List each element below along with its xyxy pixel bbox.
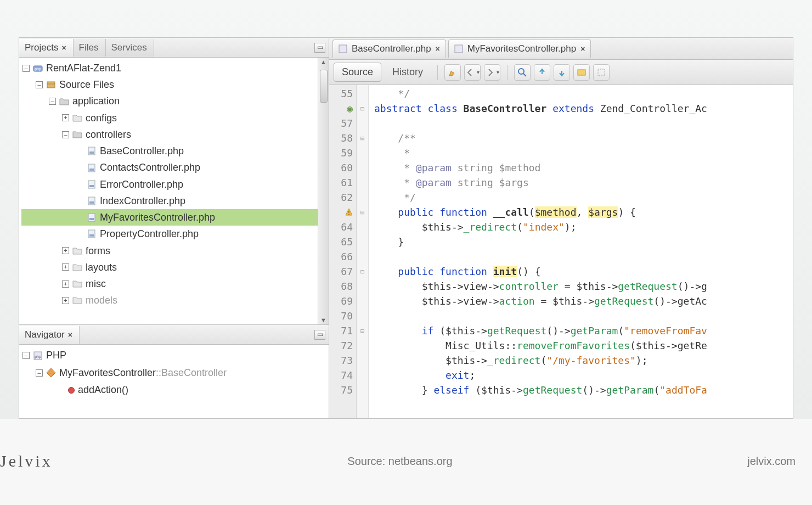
navigator-tabstrip: Navigator × ▭ bbox=[19, 325, 329, 345]
tree-folder-configs[interactable]: + configs bbox=[21, 110, 329, 126]
scroll-down-icon[interactable]: ▼ bbox=[320, 316, 326, 324]
tab-projects[interactable]: Projects × bbox=[19, 39, 74, 57]
find-selection-icon[interactable] bbox=[514, 64, 531, 81]
close-icon[interactable]: × bbox=[68, 330, 72, 339]
find-next-icon[interactable] bbox=[554, 64, 570, 81]
tree-folder[interactable]: +forms bbox=[21, 243, 329, 259]
fold-icon[interactable]: ⊟ bbox=[360, 267, 364, 277]
svg-text:php: php bbox=[35, 355, 41, 359]
navigator-tree: – php PHP – MyFavoritesController::BaseC… bbox=[19, 345, 329, 418]
tree-file[interactable]: ContactsController.php bbox=[21, 159, 329, 176]
folder-icon bbox=[72, 279, 82, 289]
tree-label: Source Files bbox=[59, 76, 114, 93]
editor-tab-myfavorites[interactable]: MyFavoritesController.php × bbox=[448, 40, 591, 58]
tree-label: forms bbox=[86, 243, 110, 259]
fold-icon[interactable]: ⊟ bbox=[360, 133, 364, 143]
tree-file[interactable]: IndexController.php bbox=[21, 193, 329, 209]
close-icon[interactable]: × bbox=[580, 44, 585, 53]
editor-tabstrip: BaseController.php × MyFavoritesControll… bbox=[329, 38, 793, 60]
minimize-icon[interactable]: ▭ bbox=[314, 43, 325, 53]
php-file-icon bbox=[87, 163, 97, 173]
toggle-rectangular-icon[interactable] bbox=[593, 64, 610, 81]
folder-open-icon bbox=[59, 97, 69, 106]
php-file-icon bbox=[454, 44, 463, 53]
expand-icon[interactable]: + bbox=[62, 263, 69, 271]
php-file-icon: php bbox=[33, 351, 43, 361]
tree-application[interactable]: – application bbox=[21, 93, 329, 109]
tree-file[interactable]: ErrorController.php bbox=[21, 176, 329, 193]
tree-source-files[interactable]: – Source Files bbox=[21, 76, 329, 93]
tree-file[interactable]: BaseController.php bbox=[21, 143, 329, 159]
svg-rect-22 bbox=[598, 69, 605, 76]
tree-label: layouts bbox=[86, 259, 117, 276]
tree-label: application bbox=[72, 93, 120, 109]
tree-folder[interactable]: +models bbox=[21, 292, 329, 308]
forward-icon[interactable] bbox=[484, 64, 500, 81]
back-icon[interactable] bbox=[464, 64, 481, 81]
last-edit-icon[interactable] bbox=[444, 64, 461, 81]
tree-file[interactable]: MyFavoritesController.php bbox=[21, 209, 329, 226]
php-file-icon bbox=[87, 179, 97, 189]
package-icon bbox=[46, 80, 56, 89]
vertical-scrollbar[interactable]: ▲ ▼ bbox=[318, 58, 329, 324]
tree-label: configs bbox=[86, 110, 117, 126]
collapse-icon[interactable]: – bbox=[49, 98, 56, 105]
tab-navigator[interactable]: Navigator × bbox=[19, 326, 80, 344]
fold-icon[interactable]: ⊟ bbox=[360, 326, 364, 336]
collapse-icon[interactable]: – bbox=[36, 81, 43, 88]
tree-folder[interactable]: +layouts bbox=[21, 259, 329, 276]
history-button[interactable]: History bbox=[385, 63, 431, 81]
source-button[interactable]: Source bbox=[334, 63, 381, 82]
scrollbar-thumb[interactable] bbox=[320, 70, 328, 103]
fold-icon[interactable]: ⊟ bbox=[360, 207, 364, 217]
scroll-up-icon[interactable]: ▲ bbox=[320, 58, 326, 66]
tree-project-root[interactable]: – php RentAFlat-Zend1 bbox=[21, 60, 329, 76]
tree-label: PropertyController.php bbox=[100, 226, 199, 242]
editor-tab-basecontroller[interactable]: BaseController.php × bbox=[332, 40, 446, 58]
collapse-icon[interactable]: – bbox=[36, 369, 43, 377]
tab-label: Services bbox=[111, 42, 147, 53]
nav-class[interactable]: – MyFavoritesController::BaseController bbox=[21, 364, 329, 382]
collapse-icon[interactable]: – bbox=[22, 352, 30, 359]
fold-icon[interactable]: ⊟ bbox=[360, 104, 364, 114]
method-icon bbox=[68, 387, 75, 394]
expand-icon[interactable]: + bbox=[62, 247, 69, 254]
toggle-highlight-icon[interactable] bbox=[573, 64, 590, 81]
ide-window: Projects × Files Services ▭ – php RentAF… bbox=[19, 37, 793, 419]
tree-file[interactable]: PropertyController.php bbox=[21, 226, 329, 242]
svg-rect-19 bbox=[455, 45, 463, 53]
folder-open-icon bbox=[72, 130, 82, 139]
tree-label: ContactsController.php bbox=[100, 159, 200, 176]
tab-files[interactable]: Files bbox=[74, 39, 106, 57]
find-previous-icon[interactable] bbox=[534, 64, 550, 81]
php-file-icon bbox=[87, 196, 97, 206]
folder-icon bbox=[72, 295, 82, 305]
folder-icon bbox=[72, 113, 82, 123]
svg-text:!: ! bbox=[347, 210, 350, 216]
tree-folder[interactable]: +misc bbox=[21, 276, 329, 292]
tree-label: PHP bbox=[46, 347, 66, 364]
svg-point-20 bbox=[518, 69, 524, 74]
close-icon[interactable]: × bbox=[436, 44, 440, 53]
code-area[interactable]: */abstract class BaseController extends … bbox=[369, 85, 707, 418]
expand-icon[interactable]: + bbox=[62, 297, 69, 304]
tree-label: models bbox=[86, 292, 117, 308]
folder-icon bbox=[72, 246, 82, 256]
tree-label: RentAFlat-Zend1 bbox=[46, 60, 121, 76]
folder-icon bbox=[72, 262, 82, 272]
expand-icon[interactable]: + bbox=[62, 280, 69, 288]
site-url: jelvix.com bbox=[747, 455, 796, 468]
collapse-icon[interactable]: – bbox=[62, 131, 69, 138]
nav-method[interactable]: addAction() bbox=[21, 381, 329, 399]
tab-label: Projects bbox=[25, 42, 58, 53]
minimize-icon[interactable]: ▭ bbox=[314, 330, 325, 340]
close-icon[interactable]: × bbox=[61, 43, 66, 52]
tab-services[interactable]: Services bbox=[106, 39, 154, 57]
fold-marker-column[interactable]: ⊟⊟⊟⊟⊟ bbox=[357, 85, 369, 418]
tree-folder-controllers[interactable]: – controllers bbox=[21, 126, 329, 143]
collapse-icon[interactable]: – bbox=[22, 65, 30, 72]
expand-icon[interactable]: + bbox=[62, 114, 69, 121]
code-editor[interactable]: 55◉575859606162!646566676869707172737475… bbox=[329, 85, 793, 418]
brand-logo: Jelvix bbox=[0, 452, 53, 470]
nav-root[interactable]: – php PHP bbox=[21, 347, 329, 364]
